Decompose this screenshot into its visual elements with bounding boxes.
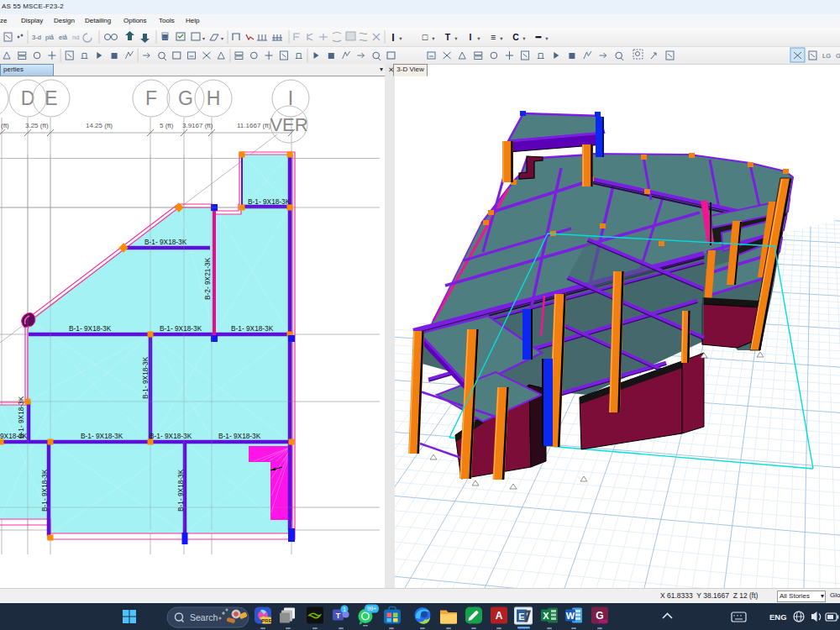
svg-text:14.25 (ft): 14.25 (ft): [86, 122, 113, 129]
svg-text:▾: ▾: [522, 35, 526, 41]
svg-text:plå: plå: [45, 34, 55, 41]
svg-text:G: G: [836, 52, 840, 60]
svg-text:B-1- 9X18-3K: B-1- 9X18-3K: [17, 396, 25, 438]
svg-text:□: □: [423, 32, 428, 42]
svg-text:I: I: [470, 32, 472, 42]
svg-text:C: C: [512, 32, 519, 42]
svg-text:3-d: 3-d: [32, 34, 41, 41]
svg-text:B-1- 9X18-3K: B-1- 9X18-3K: [150, 432, 192, 440]
svg-text:PDF: PDF: [599, 619, 607, 624]
svg-text:B-1- 9X18-3K: B-1- 9X18-3K: [69, 324, 112, 333]
svg-text:E: E: [518, 612, 524, 622]
svg-text:▾: ▾: [454, 35, 458, 41]
svg-text:B-1- 9X18-3K: B-1- 9X18-3K: [160, 324, 202, 333]
svg-text:99+: 99+: [367, 606, 376, 612]
svg-text:G: G: [178, 87, 193, 109]
svg-text:▾: ▾: [477, 35, 480, 41]
svg-text:3.25 (ft): 3.25 (ft): [25, 122, 49, 129]
svg-text:11.1667 (ft): 11.1667 (ft): [237, 122, 271, 129]
svg-text:B-1- 9X18-3K: B-1- 9X18-3K: [231, 324, 274, 333]
svg-text:B-1- 9X18-3K: B-1- 9X18-3K: [176, 469, 185, 512]
svg-text:T: T: [336, 612, 341, 620]
svg-text:E: E: [45, 87, 57, 109]
svg-text:F: F: [145, 87, 157, 109]
svg-text:B-1- 9X18-3K: B-1- 9X18-3K: [248, 197, 291, 206]
svg-text:▾: ▾: [432, 35, 435, 41]
svg-text:H: H: [207, 87, 221, 109]
svg-text:▾: ▾: [500, 35, 503, 41]
svg-text:T: T: [445, 32, 451, 42]
svg-text:(ft): (ft): [1, 122, 9, 129]
svg-text:ENG: ENG: [769, 612, 787, 622]
svg-text:5 (ft): 5 (ft): [160, 122, 174, 129]
svg-text:≡: ≡: [491, 32, 496, 42]
svg-text:elå: elå: [59, 34, 68, 41]
svg-text:W: W: [566, 611, 575, 621]
svg-text:nd: nd: [72, 34, 79, 41]
svg-text:▾: ▾: [202, 36, 205, 41]
svg-text:▾: ▾: [399, 35, 402, 41]
svg-text:LG: LG: [822, 52, 831, 60]
svg-text:▾: ▾: [221, 36, 223, 41]
svg-text:Search: Search: [190, 612, 218, 622]
svg-text:VER: VER: [270, 114, 307, 135]
svg-text:1: 1: [343, 606, 346, 612]
svg-text:PRE: PRE: [261, 618, 271, 623]
svg-text:B-1- 9X18-3K: B-1- 9X18-3K: [40, 469, 49, 512]
svg-text:B-1- 9X18-3K: B-1- 9X18-3K: [218, 432, 261, 440]
svg-text:▾: ▾: [545, 35, 549, 41]
svg-text:A: A: [496, 610, 503, 622]
svg-text:B-2- 9X21-3K: B-2- 9X21-3K: [203, 257, 212, 300]
svg-text:B-1- 9X18-3K: B-1- 9X18-3K: [141, 356, 150, 399]
svg-text:B-1- 9X18-3K: B-1- 9X18-3K: [144, 238, 187, 246]
svg-text:X: X: [543, 611, 549, 621]
svg-text:━: ━: [535, 32, 542, 42]
svg-text:3.9167 (ft): 3.9167 (ft): [182, 122, 213, 129]
svg-text:I: I: [391, 32, 394, 44]
svg-text:B-1- 9X18-3K: B-1- 9X18-3K: [81, 432, 123, 440]
